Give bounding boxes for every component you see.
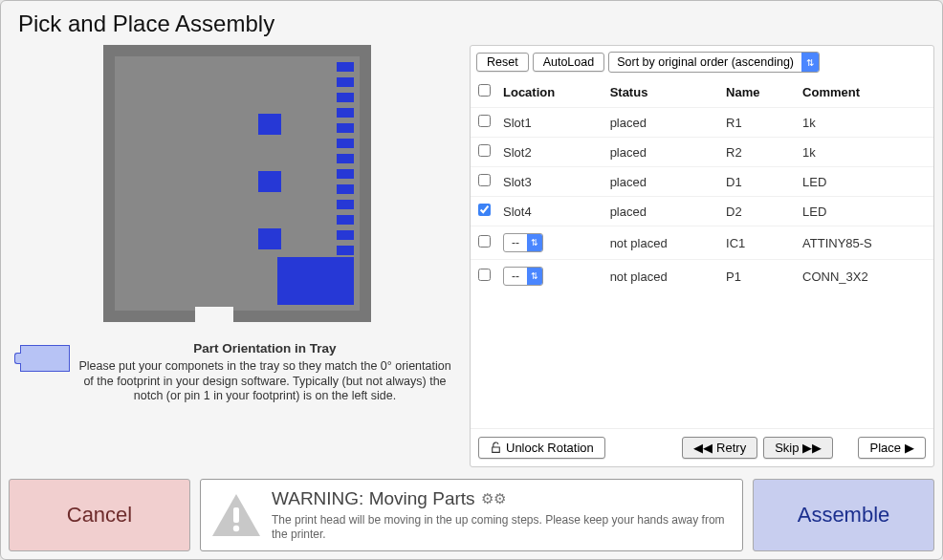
location-select[interactable]: --⇅ xyxy=(503,233,543,252)
retry-button[interactable]: ◀◀ Retry xyxy=(682,437,757,459)
orientation-heading: Part Orientation in Tray xyxy=(76,341,454,357)
tray-slot xyxy=(337,108,354,118)
location-select-value: -- xyxy=(504,235,527,250)
orientation-body: Please put your componets in the tray so… xyxy=(78,359,450,402)
dialog-title: Pick and Place Assembly xyxy=(1,1,942,45)
cell-status: placed xyxy=(610,205,647,219)
svg-rect-0 xyxy=(233,507,239,523)
cell-name: D2 xyxy=(726,205,742,219)
forward-icon: ▶▶ xyxy=(802,441,822,455)
cell-comment: LED xyxy=(802,175,826,189)
tray-slot xyxy=(337,184,354,194)
parts-toolbar: Reset AutoLoad Sort by original order (a… xyxy=(471,46,933,76)
cell-location: Slot3 xyxy=(503,175,532,189)
action-row: Unlock Rotation ◀◀ Retry Skip ▶▶ Place ▶ xyxy=(471,428,933,466)
cancel-button[interactable]: Cancel xyxy=(9,479,190,551)
cell-comment: CONN_3X2 xyxy=(802,269,868,284)
cell-status: not placed xyxy=(610,236,668,250)
unlock-rotation-button[interactable]: Unlock Rotation xyxy=(478,437,605,459)
table-row[interactable]: Slot2placedR21k xyxy=(471,138,933,167)
row-checkbox[interactable] xyxy=(478,144,491,157)
cell-location: Slot2 xyxy=(503,145,532,160)
row-checkbox[interactable] xyxy=(478,174,491,186)
row-checkbox[interactable] xyxy=(478,204,491,216)
tray-slot xyxy=(337,230,354,240)
tray-notch xyxy=(195,307,233,322)
table-row[interactable]: Slot1placedR11k xyxy=(471,108,933,138)
tray-slot xyxy=(258,228,281,249)
orientation-info: Part Orientation in Tray Please put your… xyxy=(9,341,466,404)
select-all-checkbox[interactable] xyxy=(478,84,491,97)
cell-name: R2 xyxy=(726,145,742,160)
footer: Cancel WARNING: Moving Parts ⚙︎⚙︎ The pr… xyxy=(1,473,942,559)
skip-label: Skip xyxy=(775,441,799,455)
autoload-button[interactable]: AutoLoad xyxy=(533,53,605,72)
warning-text: WARNING: Moving Parts ⚙︎⚙︎ The print hea… xyxy=(272,488,733,542)
sort-arrows-icon: ⇅ xyxy=(801,53,819,72)
rewind-icon: ◀◀ xyxy=(693,441,713,455)
dialog-window: Pick and Place Assembly xyxy=(0,0,943,560)
tray-slot xyxy=(258,114,281,135)
orientation-text: Part Orientation in Tray Please put your… xyxy=(76,341,454,404)
tray-slot xyxy=(337,123,354,133)
col-comment: Comment xyxy=(797,76,933,108)
tray-slot xyxy=(337,215,354,225)
table-row[interactable]: Slot3placedD1LED xyxy=(471,167,933,197)
assemble-button[interactable]: Assemble xyxy=(753,479,934,551)
row-checkbox[interactable] xyxy=(478,115,491,127)
table-row[interactable]: --⇅not placedIC1ATTINY85-S xyxy=(471,226,933,260)
parts-table: Location Status Name Comment Slot1placed… xyxy=(471,76,933,292)
sort-select-label: Sort by original order (ascending) xyxy=(609,54,801,71)
sort-select[interactable]: Sort by original order (ascending) ⇅ xyxy=(608,52,820,73)
chevron-down-icon: ⇅ xyxy=(527,234,542,251)
play-icon: ▶ xyxy=(905,441,914,455)
cell-status: placed xyxy=(610,175,647,189)
cell-comment: LED xyxy=(802,205,826,219)
location-select-value: -- xyxy=(504,269,527,284)
warning-icon xyxy=(210,492,262,538)
cell-comment: ATTINY85-S xyxy=(802,236,872,250)
warning-panel: WARNING: Moving Parts ⚙︎⚙︎ The print hea… xyxy=(200,479,743,551)
chevron-down-icon: ⇅ xyxy=(527,268,542,285)
retry-label: Retry xyxy=(716,441,746,455)
row-checkbox[interactable] xyxy=(478,235,491,248)
tray-image xyxy=(103,45,371,322)
tray-slot xyxy=(337,200,354,209)
cell-status: placed xyxy=(610,116,647,130)
parts-panel: Reset AutoLoad Sort by original order (a… xyxy=(470,45,934,467)
cell-status: placed xyxy=(610,145,647,160)
col-name: Name xyxy=(720,76,797,108)
tray-slot xyxy=(337,246,354,255)
tray-slot xyxy=(337,77,354,87)
reset-button[interactable]: Reset xyxy=(476,53,529,72)
cell-status: not placed xyxy=(610,269,668,284)
col-checkbox xyxy=(471,76,497,108)
cell-name: P1 xyxy=(726,269,741,284)
col-location: Location xyxy=(497,76,604,108)
cell-location: Slot1 xyxy=(503,116,532,130)
tray-slot xyxy=(337,139,354,148)
row-checkbox[interactable] xyxy=(478,269,491,281)
tray-slot xyxy=(258,171,281,192)
cell-name: IC1 xyxy=(726,236,745,250)
tray-slot xyxy=(337,62,354,72)
place-button[interactable]: Place ▶ xyxy=(858,437,926,459)
tray-panel: Part Orientation in Tray Please put your… xyxy=(9,45,466,467)
cell-comment: 1k xyxy=(802,145,816,160)
table-row[interactable]: --⇅not placedP1CONN_3X2 xyxy=(471,260,933,293)
col-status: Status xyxy=(604,76,720,108)
skip-button[interactable]: Skip ▶▶ xyxy=(763,437,833,459)
tray-slot xyxy=(277,257,354,305)
gears-icon: ⚙︎⚙︎ xyxy=(481,490,506,507)
warning-heading: WARNING: Moving Parts xyxy=(272,488,475,509)
location-select[interactable]: --⇅ xyxy=(503,267,543,286)
parts-table-wrap: Location Status Name Comment Slot1placed… xyxy=(471,76,933,428)
chip-orientation-icon xyxy=(20,345,70,372)
cell-name: R1 xyxy=(726,116,742,130)
cell-name: D1 xyxy=(726,175,742,189)
tray-slot xyxy=(337,154,354,163)
tray-slot xyxy=(337,169,354,179)
cell-comment: 1k xyxy=(802,116,816,130)
svg-point-1 xyxy=(233,526,239,531)
table-row[interactable]: Slot4placedD2LED xyxy=(471,197,933,226)
